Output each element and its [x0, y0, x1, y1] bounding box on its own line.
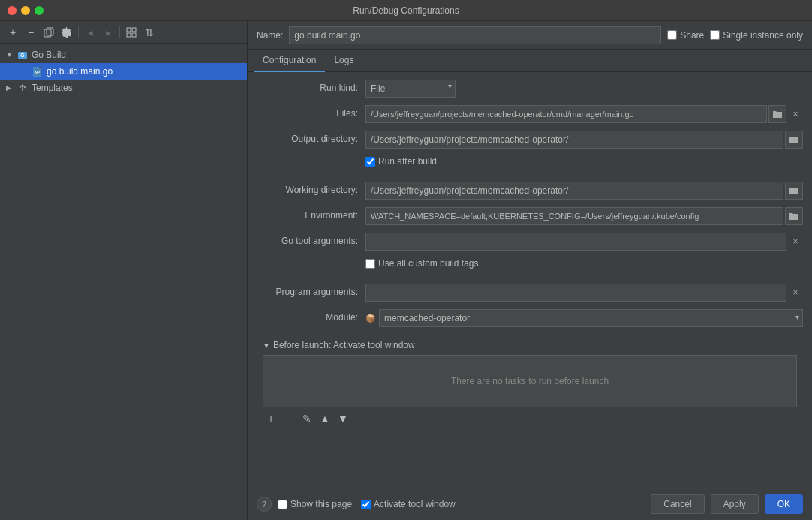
sidebar-toolbar: + − ◂ ▸ ⇅ — [0, 21, 247, 44]
cancel-button[interactable]: Cancel — [651, 494, 704, 514]
minimize-button[interactable] — [21, 6, 30, 15]
right-panel: Name: Share Single instance only Configu… — [248, 21, 812, 520]
before-launch-arrow: ▼ — [263, 341, 270, 350]
environment-edit-button[interactable] — [785, 207, 803, 225]
go-tool-arguments-input[interactable] — [365, 233, 786, 251]
main-layout: + − ◂ ▸ ⇅ ▼ — [0, 21, 812, 520]
output-directory-folder-button[interactable] — [785, 131, 803, 149]
tree-group-label: Go Build — [32, 50, 66, 60]
module-icon: 📦 — [365, 314, 376, 323]
sort-button[interactable]: ⇅ — [141, 24, 158, 41]
files-input[interactable] — [365, 105, 767, 123]
copy-config-button[interactable] — [41, 24, 57, 41]
before-launch-header[interactable]: ▼ Before launch: Activate tool window — [257, 335, 803, 355]
apply-button[interactable]: Apply — [711, 494, 759, 514]
output-directory-input[interactable] — [365, 131, 783, 149]
go-build-icon: G — [17, 49, 29, 61]
environment-label: Environment: — [257, 207, 365, 221]
go-tool-clear-button[interactable]: × — [788, 233, 803, 251]
tab-configuration[interactable]: Configuration — [254, 50, 325, 72]
before-launch-empty-text: There are no tasks to run before launch — [451, 376, 609, 386]
program-arguments-input[interactable] — [365, 284, 786, 302]
bottom-section: ? Show this page Activate tool window Ca… — [248, 488, 812, 520]
expand-button[interactable] — [123, 24, 140, 41]
tree-group-go-build[interactable]: ▼ G Go Build — [0, 47, 247, 63]
tree-templates-label: Templates — [32, 83, 73, 93]
environment-control — [365, 207, 803, 225]
single-instance-checkbox-row: Single instance only — [710, 30, 803, 41]
close-button[interactable] — [8, 6, 17, 15]
add-config-button[interactable]: + — [5, 24, 21, 41]
working-directory-input[interactable] — [365, 182, 783, 200]
program-args-clear-button[interactable]: × — [788, 284, 803, 302]
single-instance-label: Single instance only — [723, 30, 803, 41]
run-after-build-label: Run after build — [378, 156, 437, 167]
environment-input[interactable] — [365, 207, 783, 225]
before-launch-section: ▼ Before launch: Activate tool window Th… — [257, 335, 803, 430]
settings-button[interactable] — [59, 24, 75, 41]
run-after-build-checkbox[interactable] — [365, 157, 375, 167]
custom-build-tags-checkbox-row: Use all custom build tags — [365, 258, 478, 269]
before-launch-move-up-button[interactable]: ▲ — [317, 410, 333, 427]
share-label: Share — [680, 30, 704, 41]
module-select[interactable]: memcached-operator — [379, 309, 803, 327]
help-button[interactable]: ? — [257, 497, 272, 512]
go-tool-args-input-group: × — [365, 233, 803, 251]
sidebar: + − ◂ ▸ ⇅ ▼ — [0, 21, 248, 520]
custom-build-tags-label: Use all custom build tags — [378, 258, 478, 269]
working-dir-input-group — [365, 182, 803, 200]
activate-tool-window-checkbox-row: Activate tool window — [361, 499, 456, 509]
go-tool-arguments-row: Go tool arguments: × — [257, 233, 803, 252]
bottom-buttons: Cancel Apply OK — [651, 494, 803, 514]
module-label: Module: — [257, 309, 365, 323]
tree-templates[interactable]: ▶ Templates — [0, 80, 247, 96]
go-tool-arguments-control: × — [365, 233, 803, 251]
environment-row: Environment: — [257, 207, 803, 227]
go-file-icon: go — [32, 65, 44, 77]
program-arguments-row: Program arguments: × — [257, 284, 803, 303]
run-kind-label: Run kind: — [257, 80, 365, 93]
maximize-button[interactable] — [35, 6, 44, 15]
remove-config-button[interactable]: − — [23, 24, 39, 41]
module-control: 📦 memcached-operator ▾ — [365, 309, 803, 327]
share-checkbox-row: Share — [667, 30, 704, 41]
before-launch-body: There are no tasks to run before launch — [263, 355, 797, 407]
files-row: Files: × — [257, 105, 803, 125]
tab-logs[interactable]: Logs — [325, 50, 362, 72]
files-folder-button[interactable] — [768, 105, 786, 123]
before-launch-remove-button[interactable]: − — [281, 410, 297, 427]
before-launch-add-button[interactable]: + — [263, 410, 279, 427]
single-instance-checkbox[interactable] — [710, 30, 720, 40]
program-arguments-control: × — [365, 284, 803, 302]
forward-button[interactable]: ▸ — [100, 24, 116, 41]
custom-build-tags-control: Use all custom build tags — [365, 258, 803, 269]
svg-text:G: G — [20, 53, 25, 58]
custom-build-tags-checkbox[interactable] — [365, 259, 375, 269]
working-directory-folder-button[interactable] — [785, 182, 803, 200]
show-page-label: Show this page — [290, 499, 352, 509]
files-input-group: × — [365, 105, 803, 123]
show-page-checkbox[interactable] — [278, 500, 287, 509]
program-args-input-group: × — [365, 284, 803, 302]
go-tool-arguments-label: Go tool arguments: — [257, 233, 365, 246]
activate-tool-window-checkbox[interactable] — [361, 500, 371, 509]
before-launch-move-down-button[interactable]: ▼ — [335, 410, 351, 427]
output-directory-row: Output directory: — [257, 131, 803, 150]
toolbar-separator-1 — [78, 26, 79, 38]
run-after-build-checkbox-row: Run after build — [365, 156, 437, 167]
share-checkbox[interactable] — [667, 30, 677, 40]
back-button[interactable]: ◂ — [82, 24, 98, 41]
run-after-build-control: Run after build — [365, 156, 803, 167]
svg-text:go: go — [35, 69, 40, 74]
tree-item-label: go build main.go — [47, 66, 113, 77]
custom-build-tags-empty-label — [257, 258, 365, 261]
ok-button[interactable]: OK — [765, 494, 803, 514]
custom-build-tags-row: Use all custom build tags — [257, 258, 803, 278]
files-clear-button[interactable]: × — [788, 105, 803, 123]
run-kind-select[interactable]: Directory File Package — [365, 80, 456, 98]
run-debug-configurations-window: Run/Debug Configurations + − ◂ ▸ — [0, 0, 812, 520]
tree-item-go-build-main[interactable]: go go build main.go — [0, 63, 247, 80]
name-input[interactable] — [289, 26, 661, 44]
svg-rect-5 — [132, 33, 136, 37]
before-launch-edit-button[interactable]: ✎ — [299, 410, 315, 427]
